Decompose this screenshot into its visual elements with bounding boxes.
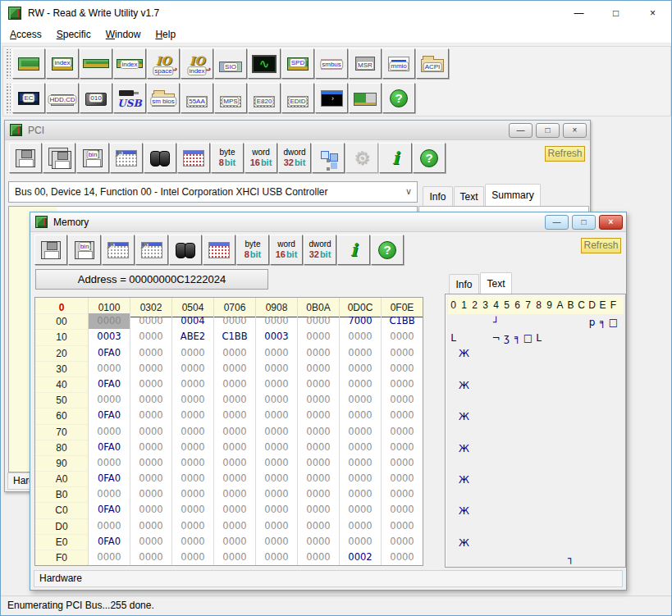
hex-cell-60-0[interactable]: 0FA0 — [88, 408, 130, 423]
hex-cell-90-7[interactable]: 0000 — [381, 455, 423, 471]
hex-cell-C0-1[interactable]: 0000 — [130, 502, 171, 518]
hex-cell-30-0[interactable]: 0000 — [88, 361, 130, 376]
hex-cell-90-6[interactable]: 0000 — [339, 455, 381, 471]
hex-cell-F0-0[interactable]: 0000 — [88, 550, 130, 565]
pci-save-all-button[interactable] — [43, 143, 75, 173]
hex-cell-70-2[interactable]: 0000 — [171, 424, 213, 440]
hex-cell-90-5[interactable]: 0000 — [297, 455, 339, 471]
hex-cell-D0-6[interactable]: 0000 — [339, 518, 381, 534]
hex-cell-80-2[interactable]: 0000 — [171, 440, 213, 455]
hex-cell-E0-5[interactable]: 0000 — [297, 534, 339, 550]
hex-cell-A0-0[interactable]: 0FA0 — [88, 471, 130, 486]
acpi-button[interactable]: ACPI — [416, 48, 449, 79]
hex-cell-C0-6[interactable]: 0000 — [339, 502, 381, 518]
hex-cell-F0-5[interactable]: 0000 — [297, 550, 339, 565]
hex-cell-20-3[interactable]: 0000 — [213, 345, 255, 361]
hex-cell-30-1[interactable]: 0000 — [130, 361, 171, 376]
hex-cell-10-1[interactable]: 0000 — [130, 329, 171, 345]
hex-cell-00-4[interactable]: 0000 — [255, 313, 297, 329]
hex-cell-50-5[interactable]: 0000 — [297, 392, 339, 408]
pci-find-button[interactable] — [144, 143, 176, 173]
pci-grid-button[interactable] — [177, 143, 210, 173]
hex-cell-50-4[interactable]: 0000 — [255, 392, 297, 408]
mps-button[interactable]: MPS — [214, 83, 247, 113]
hex-cell-A0-4[interactable]: 0000 — [255, 471, 297, 486]
hex-cell-70-7[interactable]: 0000 — [381, 424, 423, 440]
hex-cell-40-0[interactable]: 0FA0 — [88, 376, 130, 392]
hex-cell-00-0[interactable]: 0000 — [88, 313, 130, 329]
hex-cell-D0-0[interactable]: 0000 — [88, 518, 130, 534]
hex-cell-40-6[interactable]: 0000 — [339, 376, 381, 392]
hex-cell-40-2[interactable]: 0000 — [171, 376, 213, 392]
menu-window[interactable]: Window — [98, 25, 149, 43]
hex-cell-10-2[interactable]: ABE2 — [171, 329, 213, 345]
hex-cell-B0-2[interactable]: 0000 — [171, 486, 213, 502]
hex-cell-40-3[interactable]: 0000 — [213, 376, 255, 392]
hex-cell-C0-3[interactable]: 0000 — [213, 502, 255, 518]
hex-cell-C0-0[interactable]: 0FA0 — [88, 502, 130, 518]
memory-refresh-button[interactable]: Refresh — [581, 238, 621, 253]
hex-cell-50-0[interactable]: 0000 — [88, 392, 130, 408]
memory-find-button[interactable] — [169, 235, 202, 265]
pci-dword-button[interactable]: dword32bit — [278, 143, 311, 173]
menu-specific[interactable]: Specific — [49, 25, 98, 43]
memory-tab-text[interactable]: Text — [480, 272, 512, 294]
hex-cell-40-7[interactable]: 0000 — [381, 376, 423, 392]
memory-save-button[interactable] — [34, 235, 67, 265]
spd-button[interactable]: SPD — [281, 48, 314, 79]
hex-cell-A0-5[interactable]: 0000 — [297, 471, 339, 486]
pci-tab-text[interactable]: Text — [454, 186, 484, 206]
hex-cell-60-3[interactable]: 0000 — [213, 408, 255, 423]
hex-cell-20-0[interactable]: 0FA0 — [88, 345, 130, 361]
pci-tree-view-button[interactable] — [312, 143, 345, 173]
pci-save-button[interactable] — [9, 143, 42, 173]
hex-cell-C0-2[interactable]: 0000 — [171, 502, 213, 518]
hex-cell-F0-7[interactable]: 0000 — [381, 550, 423, 565]
pci-device-select[interactable]: Bus 00, Device 14, Function 00 - Intel C… — [8, 181, 418, 203]
hex-cell-30-2[interactable]: 0000 — [171, 361, 213, 376]
memory-dword-button[interactable]: dword32bit — [304, 235, 336, 265]
memory-close-button[interactable]: × — [599, 215, 623, 230]
memory-index-button[interactable]: index — [113, 48, 146, 79]
hex-cell-60-1[interactable]: 0000 — [130, 408, 171, 423]
hex-cell-80-4[interactable]: 0000 — [255, 440, 297, 455]
hex-cell-A0-1[interactable]: 0000 — [130, 471, 171, 486]
hex-cell-D0-4[interactable]: 0000 — [255, 518, 297, 534]
hex-cell-70-5[interactable]: 0000 — [297, 424, 339, 440]
hex-cell-D0-7[interactable]: 0000 — [381, 518, 423, 534]
hex-cell-40-5[interactable]: 0000 — [297, 376, 339, 392]
hex-cell-F0-4[interactable]: 0000 — [255, 550, 297, 565]
msr-button[interactable]: MSR — [349, 48, 382, 79]
hex-cell-E0-3[interactable]: 0000 — [213, 534, 255, 550]
hex-cell-E0-0[interactable]: 0FA0 — [88, 534, 130, 550]
pci-index-button[interactable]: index — [46, 48, 79, 79]
hex-cell-20-2[interactable]: 0000 — [171, 345, 213, 361]
hex-cell-B0-6[interactable]: 0000 — [339, 486, 381, 502]
hex-cell-40-4[interactable]: 0000 — [255, 376, 297, 392]
pci-settings-button[interactable] — [345, 143, 378, 173]
hex-cell-50-1[interactable]: 0000 — [130, 392, 171, 408]
hex-cell-B0-1[interactable]: 0000 — [130, 486, 171, 502]
hex-cell-80-7[interactable]: 0000 — [381, 440, 423, 455]
hex-cell-80-6[interactable]: 0000 — [339, 440, 381, 455]
hex-cell-D0-5[interactable]: 0000 — [297, 518, 339, 534]
hex-cell-10-7[interactable]: 0000 — [381, 329, 423, 345]
hex-cell-D0-3[interactable]: 0000 — [213, 518, 255, 534]
pci-info-button[interactable] — [379, 143, 412, 173]
hex-cell-10-0[interactable]: 0003 — [88, 329, 130, 345]
hex-cell-E0-1[interactable]: 0000 — [130, 534, 171, 550]
hex-cell-40-1[interactable]: 0000 — [130, 376, 171, 392]
hex-cell-F0-6[interactable]: 0002 — [339, 550, 381, 565]
hex-cell-60-2[interactable]: 0000 — [171, 408, 213, 423]
ports-button[interactable] — [349, 83, 382, 113]
hex-cell-00-1[interactable]: 0000 — [130, 313, 171, 329]
menu-access[interactable]: Access — [2, 25, 49, 43]
hex-cell-E0-7[interactable]: 0000 — [381, 534, 423, 550]
e820-button[interactable]: E820 — [248, 83, 281, 113]
hex-cell-70-0[interactable]: 0000 — [88, 424, 130, 440]
hex-cell-20-6[interactable]: 0000 — [339, 345, 381, 361]
hex-cell-B0-5[interactable]: 0000 — [297, 486, 339, 502]
pci-help-button[interactable] — [413, 143, 446, 173]
memory-export-button[interactable] — [102, 235, 135, 265]
ec-button[interactable]: EC — [12, 83, 45, 113]
